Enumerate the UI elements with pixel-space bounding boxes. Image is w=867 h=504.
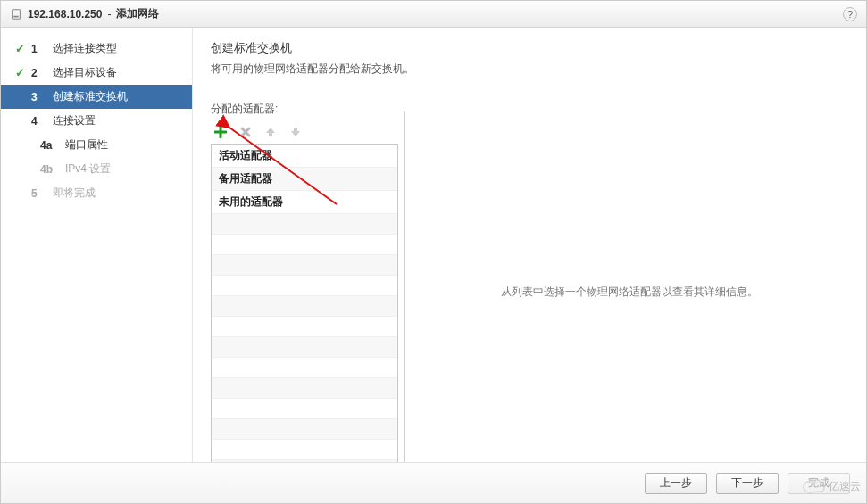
step-label: 选择连接类型	[53, 41, 117, 56]
checkmark-icon: ✓	[15, 66, 26, 79]
list-item	[212, 296, 397, 317]
group-unused-adapters[interactable]: 未用的适配器	[212, 191, 397, 214]
step-port-properties[interactable]: 4a 端口属性	[1, 133, 192, 157]
arrow-up-icon	[264, 126, 277, 138]
title-action: 添加网络	[116, 6, 159, 21]
move-up-button	[263, 124, 279, 140]
step-number: 4a	[40, 139, 60, 152]
plus-icon	[214, 126, 227, 138]
list-item	[212, 440, 397, 460]
remove-adapter-button	[238, 124, 254, 140]
titlebar: 192.168.10.250 - 添加网络 ?	[1, 1, 866, 28]
host-icon	[10, 8, 22, 21]
step-number: 4b	[40, 163, 60, 176]
adapter-detail-panel: 从列表中选择一个物理网络适配器以查看其详细信息。	[411, 102, 848, 462]
step-label: 选择目标设备	[53, 65, 117, 80]
wizard-steps: ✓ 1 选择连接类型 ✓ 2 选择目标设备 3 创建标准交换机 4 连接设置 4…	[1, 28, 193, 462]
step-label: 连接设置	[53, 113, 96, 128]
list-item	[212, 317, 397, 337]
list-item	[212, 255, 397, 276]
step-create-standard-switch[interactable]: 3 创建标准交换机	[1, 85, 192, 109]
panel-heading: 创建标准交换机	[211, 40, 848, 56]
svg-rect-1	[13, 15, 18, 17]
next-button[interactable]: 下一步	[716, 473, 779, 494]
finish-button: 完成	[788, 473, 850, 494]
add-network-dialog: 192.168.10.250 - 添加网络 ? ✓ 1 选择连接类型 ✓ 2 选…	[0, 0, 867, 504]
adapter-left-column: 分配的适配器:	[211, 102, 398, 462]
list-item	[212, 399, 397, 419]
adapter-listbox[interactable]: 活动适配器 备用适配器 未用的适配器	[211, 144, 398, 462]
list-item	[212, 378, 397, 399]
checkmark-icon: ✓	[15, 42, 26, 55]
detail-placeholder-text: 从列表中选择一个物理网络适配器以查看其详细信息。	[501, 285, 758, 300]
help-icon[interactable]: ?	[843, 7, 857, 21]
adapter-assignment-row: 分配的适配器:	[211, 102, 848, 462]
step-label: 端口属性	[65, 137, 108, 153]
panel-subheading: 将可用的物理网络适配器分配给新交换机。	[211, 62, 848, 77]
move-down-button	[288, 124, 304, 140]
list-item	[212, 214, 397, 235]
step-ipv4-settings: 4b IPv4 设置	[1, 157, 192, 181]
step-number: 1	[31, 43, 47, 55]
assigned-adapter-label: 分配的适配器:	[211, 102, 398, 117]
step-select-connection-type[interactable]: ✓ 1 选择连接类型	[1, 37, 192, 61]
step-number: 2	[31, 67, 47, 79]
step-label: IPv4 设置	[65, 161, 111, 177]
dialog-footer: 上一步 下一步 完成	[1, 462, 866, 503]
svg-rect-0	[13, 9, 21, 19]
step-ready-to-complete: 5 即将完成	[1, 181, 192, 205]
step-number: 4	[31, 115, 47, 128]
group-active-adapters[interactable]: 活动适配器	[212, 145, 397, 168]
step-label: 创建标准交换机	[53, 89, 128, 104]
list-item	[212, 235, 397, 255]
adapter-toolbar	[211, 124, 398, 140]
list-item	[212, 419, 397, 440]
step-number: 3	[31, 91, 47, 103]
list-item	[212, 276, 397, 296]
list-item	[212, 358, 397, 378]
x-icon	[239, 126, 252, 138]
content-panel: 创建标准交换机 将可用的物理网络适配器分配给新交换机。 分配的适配器:	[193, 28, 866, 462]
add-adapter-button[interactable]	[213, 124, 229, 140]
step-connection-settings[interactable]: 4 连接设置	[1, 109, 192, 133]
back-button[interactable]: 上一步	[645, 473, 707, 494]
dialog-body: ✓ 1 选择连接类型 ✓ 2 选择目标设备 3 创建标准交换机 4 连接设置 4…	[1, 28, 866, 462]
title-ip: 192.168.10.250	[28, 8, 102, 21]
step-select-target-device[interactable]: ✓ 2 选择目标设备	[1, 61, 192, 85]
step-number: 5	[31, 187, 47, 200]
arrow-down-icon	[289, 126, 302, 138]
title-sep: -	[107, 8, 111, 21]
step-label: 即将完成	[53, 186, 96, 201]
list-item	[212, 337, 397, 358]
splitter-handle[interactable]	[402, 102, 407, 462]
group-standby-adapters[interactable]: 备用适配器	[212, 168, 397, 191]
